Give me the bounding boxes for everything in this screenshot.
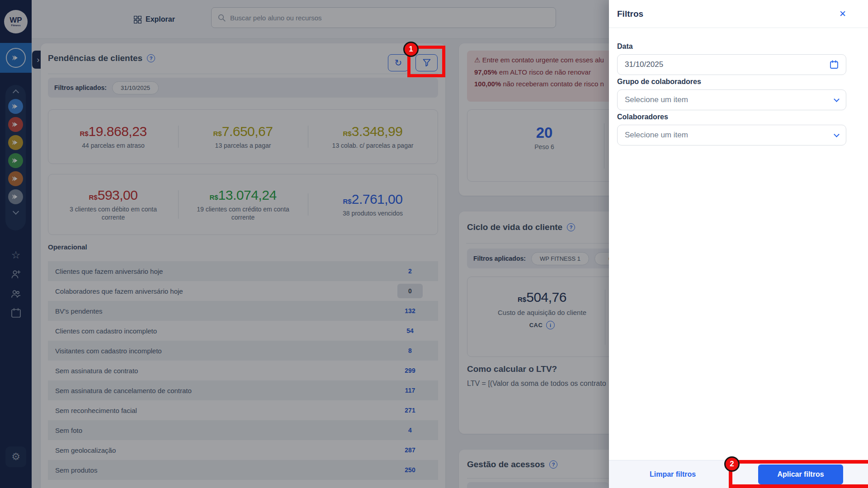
drawer-header: Filtros ✕ [609,0,868,28]
annotation-badge-2: 2 [724,456,740,472]
annotation-badge-1: 1 [403,42,419,57]
date-input[interactable] [625,60,825,69]
calendar-icon[interactable] [830,60,839,69]
annotation-box-step2: 2 [729,460,868,488]
group-select-value: Selecione um item [625,95,830,104]
clear-filters-button[interactable]: Limpar filtros [650,460,696,488]
group-select[interactable]: Selecione um item [617,89,846,110]
close-icon[interactable]: ✕ [839,9,846,19]
collab-select[interactable]: Selecione um item [617,125,846,145]
group-label: Grupo de colaboradores [617,78,701,86]
annotation-box-step1: 1 [407,46,445,77]
date-label: Data [617,42,633,51]
collab-select-value: Selecione um item [625,131,830,140]
filters-drawer: Filtros ✕ Data Grupo de colaboradores Se… [609,0,868,488]
drawer-title: Filtros [617,9,839,19]
chevron-down-icon [834,96,840,102]
date-field[interactable] [617,54,846,75]
chevron-down-icon [834,131,840,137]
collab-label: Colaboradores [617,113,668,121]
